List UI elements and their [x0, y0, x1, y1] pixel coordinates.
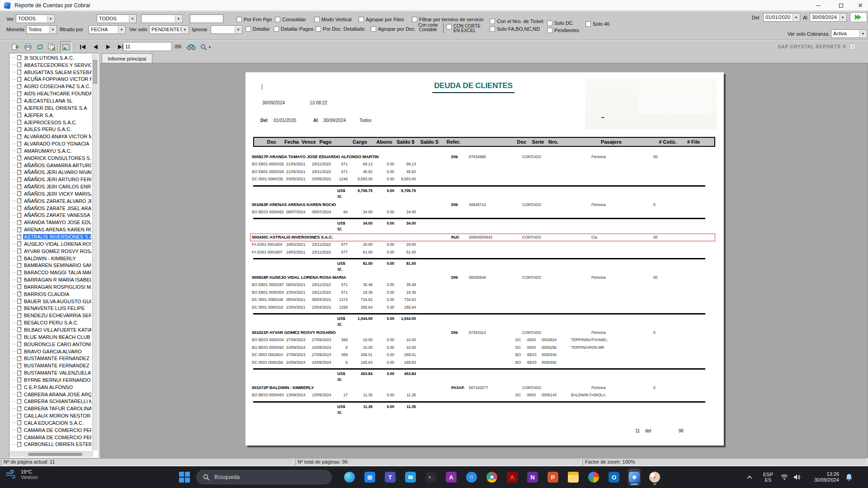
- next-page-button[interactable]: [103, 42, 113, 52]
- sidebar-item-baldwin-kimberly[interactable]: BALDWIN - KIMBERLY: [10, 255, 91, 262]
- checkbox-detallar-pagos[interactable]: Detallar Pagos: [274, 26, 313, 32]
- maximize-button[interactable]: [833, 0, 849, 11]
- group-header-ayvar-gomez-rosvy-rosario[interactable]: 001021P AYVAR GOMEZ ROSVY ROSARIODNI0725…: [245, 329, 724, 337]
- sidebar-item-camara-de-comercio-peru[interactable]: CAMARA DE COMERCIO PERU: [10, 434, 91, 441]
- checkbox-box[interactable]: [316, 26, 321, 32]
- sidebar-item-amarumayu-s-a-c[interactable]: AMARUMAYU S.A.C.: [10, 147, 91, 155]
- taskbar-app-acrobat[interactable]: A: [506, 469, 518, 485]
- taskbar-app-photos[interactable]: [588, 469, 599, 485]
- sidebar-item-camara-de-comercio-peru[interactable]: CAMARA DE COMERCIO PERU: [10, 427, 91, 434]
- clock-widget[interactable]: 13:2630/09/2024: [806, 466, 839, 488]
- checkbox-box[interactable]: [371, 26, 376, 32]
- sidebar-item-blue-marlin-beach-club-s[interactable]: BLUE MARLIN BEACH CLUB S.: [10, 333, 91, 341]
- sidebar-item-ausejo-vidal-lorena-rosa[interactable]: AUSEJO VIDAL LORENA ROSA: [10, 240, 91, 248]
- sidebar-item-astralis-inversiones-s-a[interactable]: ASTRALIS INVERSIONES S.A.: [10, 233, 91, 240]
- sidebar-item-ajeprocesos-s-a-c[interactable]: AJEPROCESOS S.A.C.: [10, 119, 91, 126]
- checkbox-por-frm-pgo[interactable]: Por Frm Pgo: [236, 17, 272, 22]
- sidebar-item-alvarado-polo-ygnacia[interactable]: ALVARADO POLO YGNACIA: [10, 140, 91, 147]
- sidebar-item-abastecedores-y-servicios[interactable]: ABASTECEDORES Y SERVICIOS: [10, 61, 91, 69]
- checkbox-box[interactable]: [245, 26, 251, 32]
- sidebar-item-andrick-consultores-s-a[interactable]: ANDRICK CONSULTORES S.A: [10, 155, 91, 162]
- checkbox-agrupar-por-files[interactable]: Agrupar por Files: [359, 17, 404, 22]
- checkbox-solo-dc[interactable]: Solo DC: [547, 20, 573, 26]
- taskbar-app-powerpoint[interactable]: P: [547, 469, 559, 485]
- notification-bell-icon[interactable]: [843, 466, 855, 488]
- sidebar-item-cabrera-schiantarelli-ma[interactable]: CABRERA SCHIANTARELLI MA: [10, 398, 91, 405]
- taskbar-search[interactable]: Búsqueda: [196, 470, 332, 484]
- sidebar-item-barragan-r-maria-isabel[interactable]: BARRAGAN R MARIA ISABEL: [10, 276, 91, 283]
- sidebar-item-ajecastellana-sl[interactable]: AJECASTELLANA SL: [10, 97, 91, 104]
- checkbox-detallar[interactable]: Detallar: [245, 26, 270, 32]
- sidebar-item-a-a-os-jeri-vicky-marisa[interactable]: AÑAÑOS JERI VICKY MARISA: [10, 190, 91, 197]
- sidebar-item-ayvar-gomez-rosvy-rosar[interactable]: AYVAR GOMEZ ROSVY ROSAR: [10, 248, 91, 255]
- checkbox-box[interactable]: [275, 17, 280, 22]
- sidebar-item-acu-a-foppiano-victor-m[interactable]: ACUÑA FOPPIANO VICTOR M: [10, 76, 91, 83]
- checkbox-box[interactable]: [236, 17, 242, 22]
- zoom-button[interactable]: ▼: [199, 42, 212, 52]
- taskbar-app-terminal[interactable]: >_: [425, 469, 437, 485]
- sidebar-item-baracco-maggi-talia-mar[interactable]: BARACCO MAGGI TALIA MAR: [10, 269, 91, 276]
- sidebar-item-bravo-garcia-alvaro[interactable]: BRAVO GARCIA ALVARO: [10, 348, 91, 355]
- weather-widget[interactable]: 19°CVentoso: [5, 469, 38, 480]
- tab-informe-principal[interactable]: Informe principal: [102, 53, 152, 63]
- taskbar-app-crystal-reports[interactable]: ❖: [628, 469, 640, 485]
- checkbox-pendientes[interactable]: Pendientes: [547, 28, 579, 33]
- taskbar-app-safari[interactable]: ✦: [466, 469, 477, 485]
- language-indicator[interactable]: ESPES: [760, 466, 776, 488]
- sidebar-item-bustamante-fernandez-se[interactable]: BUSTAMANTE FERNANDEZ SE: [10, 355, 91, 362]
- sidebar-item-bauer-silva-augusto-guil[interactable]: BAUER SILVA AUGUSTO GUIL: [10, 298, 91, 305]
- checkbox-box[interactable]: [547, 28, 552, 33]
- sidebar-item-arenas-arenas-karen-roc[interactable]: ARENAS ARENAS KAREN ROC: [10, 226, 91, 233]
- checkbox-filtrar-por-termino-de-servicio[interactable]: Filtrar por termino de servicio: [412, 17, 483, 22]
- sidebar-horizontal-scrollbar[interactable]: [10, 451, 93, 457]
- taskbar-app-paint[interactable]: ●: [649, 469, 660, 485]
- sidebar-item-cala-educacion-s-a-c[interactable]: CALA EDUCACION S.A.C.: [10, 419, 91, 427]
- checkbox-por-doc-detallado[interactable]: Por Doc. Detallado: [316, 26, 364, 32]
- taskbar-app-edge[interactable]: [344, 469, 355, 485]
- search-text-button[interactable]: [185, 42, 197, 52]
- sidebar-item-caillaux-moron-nestor-a[interactable]: CAILLAUX MORON NESTOR A: [10, 412, 91, 419]
- taskbar-app-store[interactable]: ⊞: [364, 469, 376, 485]
- group-header-aranda-tamayo-jose-eduardo-alfonso-martin[interactable]: 000917P ARANDA TAMAYO JOSE EDUARDO ALFON…: [245, 154, 724, 161]
- sidebar-item-ajeper-s-a[interactable]: AJEPER S.A.: [10, 112, 91, 119]
- sidebar-item-barrios-claudia[interactable]: BARRIOS CLAUDIA: [10, 291, 91, 298]
- scrollbar-thumb[interactable]: [93, 60, 97, 84]
- sidebar-item-a-a-os-zarate-vanessa[interactable]: AÑAÑOS ZARATE VANESSA: [10, 212, 91, 219]
- group-header-astralis-inversiones-s-a-c[interactable]: 000430C ASTRALIS INVERSIONES S.A.C.RUC20…: [245, 234, 724, 241]
- first-page-button[interactable]: [78, 42, 88, 52]
- page-number-input[interactable]: [123, 42, 172, 51]
- export-button[interactable]: [10, 42, 21, 52]
- sidebar-item-bendezu-echevarria-serg[interactable]: BENDEZU ECHEVARRIA SERG: [10, 312, 91, 319]
- ver-solo-combo[interactable]: PENDIENTES▼: [149, 25, 189, 34]
- moneda-combo[interactable]: Todos▼: [26, 25, 57, 34]
- copy-button[interactable]: [46, 42, 57, 52]
- sidebar-item-agro-cosecha-paz-s-a-c[interactable]: AGRO COSECHA PAZ S.A.C.: [10, 83, 91, 90]
- volume-icon[interactable]: [791, 466, 803, 488]
- checkbox-solo-fa-bo-nc-nd[interactable]: Solo FA,BO,NC,ND: [490, 26, 540, 32]
- taskbar-app-mail[interactable]: ✉: [405, 469, 416, 485]
- checkbox-box[interactable]: [274, 26, 279, 32]
- sidebar-item-bustamante-valenzuela-k[interactable]: BUSTAMANTE VALENZUELA K: [10, 369, 91, 376]
- sidebar-item-ajeper-del-oriente-s-a[interactable]: AJEPER DEL ORIENTE S.A: [10, 104, 91, 112]
- sidebar-item-cabrera-arana-jose-arqu[interactable]: CABRERA ARANA JOSE ARQU: [10, 391, 91, 398]
- checkbox-box[interactable]: [412, 17, 417, 22]
- al-date-combo[interactable]: 30/09/2024▼: [810, 13, 847, 22]
- close-button[interactable]: ✕: [853, 0, 868, 11]
- sidebar-item-bustamante-fernandez-se[interactable]: BUSTAMANTE FERNANDEZ SE: [10, 362, 91, 369]
- sidebar-item-besalco-peru-s-a-c[interactable]: BESALCO PERU S.A.C.: [10, 319, 91, 326]
- checkbox-consolidar[interactable]: Consolidar: [275, 17, 306, 22]
- checkbox-modo-vertical[interactable]: Modo Vertical: [314, 17, 352, 22]
- checkbox-con-el-nro-de-ticket[interactable]: Con el Nro. de Ticket: [490, 19, 543, 24]
- sidebar-item-a-a-os-jeri-arturo-fern[interactable]: AÑAÑOS JERI ARTURO FERN: [10, 176, 91, 183]
- sidebar-item-a-a-os-zarate-alvaro-je[interactable]: AÑAÑOS ZARATE ALVARO JE: [10, 197, 91, 205]
- sidebar-item-alvarado-anaya-victor-m[interactable]: ALVARADO ANAYA VICTOR M: [10, 133, 91, 140]
- sidebar-item-bilbao-villafuerte-katia[interactable]: BILBAO VILLAFUERTE KATIA: [10, 326, 91, 333]
- group-header-baldwin-kimberly[interactable]: 001072P BALDWIN - KIMBERLYPASAP.56716327…: [245, 385, 724, 392]
- print-button[interactable]: [23, 42, 33, 52]
- sidebar-item-benavente-luis-felipe[interactable]: BENAVENTE LUIS FELIPE: [10, 305, 91, 312]
- minimize-button[interactable]: [811, 0, 826, 11]
- checkbox-box[interactable]: [490, 26, 495, 32]
- sidebar-item-ajiles-peru-s-a-c[interactable]: AJILES PERU S.A.C.: [10, 126, 91, 133]
- checkbox-box[interactable]: [547, 20, 552, 26]
- sidebar-item-3i-solutions-s-a-c[interactable]: 3I SOLUTIONS S.A.C.: [10, 54, 91, 61]
